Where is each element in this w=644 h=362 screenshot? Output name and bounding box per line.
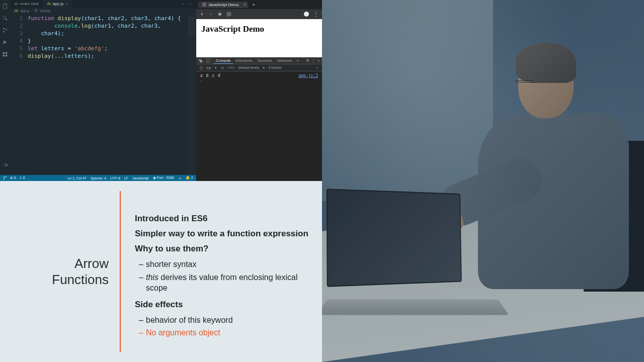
more-icon[interactable]: ⋯	[188, 2, 192, 7]
chevron-down-icon: ▼	[262, 66, 265, 69]
slide-heading: Why to use them?	[135, 244, 312, 254]
hidden-count[interactable]: 5 hidden	[268, 66, 282, 69]
slide-bullet-highlighted: No arguments object	[135, 327, 312, 338]
files-icon[interactable]	[2, 3, 8, 9]
errors-count[interactable]: ⊗ 0	[10, 176, 16, 180]
page-favicon-icon	[202, 3, 206, 7]
activity-bar	[0, 0, 10, 171]
devtools-tab-elements[interactable]: Elements	[233, 57, 255, 64]
back-icon[interactable]	[199, 12, 204, 17]
encoding[interactable]: UTF-8	[110, 176, 120, 180]
warnings-count[interactable]: ⚠ 0	[19, 176, 25, 180]
devtools: Console Elements Sources Network » ⚙ ⋮ ×…	[196, 57, 322, 181]
new-tab-button[interactable]: +	[248, 2, 259, 8]
page-heading: JavaScript Demo	[201, 24, 317, 34]
close-icon[interactable]: ×	[244, 2, 246, 7]
indentation[interactable]: Spaces: 4	[91, 176, 106, 180]
browser-tabs: JavaScript Demo × +	[196, 0, 322, 9]
console-toolbar: top ▼ Filter Default levels ▼ 5 hidden	[196, 64, 322, 71]
html-icon: <>	[14, 2, 18, 6]
tab-app-js[interactable]: JS app.js ×	[43, 0, 72, 8]
extensions-icon[interactable]	[2, 51, 8, 57]
devtools-tab-console[interactable]: Console	[213, 57, 233, 64]
svg-point-1	[4, 178, 5, 179]
menu-icon[interactable]: ⋮	[313, 11, 319, 17]
slide-title: Arrow Functions	[52, 255, 109, 288]
chevron-down-icon: ▼	[214, 66, 217, 69]
eol[interactable]: LF	[124, 176, 128, 180]
settings-gear-icon[interactable]	[2, 162, 8, 168]
devtools-tab-sources[interactable]: Sources	[255, 57, 275, 64]
slide-bullet: this derives its value from enclosing le…	[135, 272, 312, 294]
symbol-icon: ⊡	[35, 9, 38, 13]
code-demo-area: <> index.html JS app.js × ▫ ⋯ JS app.js …	[0, 0, 322, 181]
clear-console-icon[interactable]	[199, 66, 203, 70]
reload-icon[interactable]	[217, 12, 222, 17]
js-icon: JS	[14, 9, 18, 13]
devtools-settings-icon[interactable]: ⚙	[306, 58, 309, 63]
close-icon[interactable]: ×	[65, 2, 68, 6]
line-numbers: 1 2 3 4 5 6	[10, 14, 28, 175]
live-server-port[interactable]: ◉ Port : 5500	[153, 176, 174, 180]
code-editor[interactable]: 1 2 3 4 5 6 function display(char1, char…	[10, 14, 196, 175]
slide-point: Simpler way to write a function expressi…	[135, 229, 312, 239]
inspect-icon[interactable]	[198, 58, 203, 63]
editor-tabs: <> index.html JS app.js × ▫ ⋯	[10, 0, 196, 8]
profile-avatar[interactable]	[304, 12, 309, 17]
devtools-menu-icon[interactable]: ⋮	[311, 58, 315, 63]
git-branch-icon[interactable]	[3, 176, 7, 180]
split-editor-icon[interactable]: ▫	[182, 2, 184, 7]
svg-point-7	[316, 67, 317, 68]
url-favicon-icon	[226, 12, 231, 17]
log-levels[interactable]: Default levels	[238, 66, 259, 69]
more-tabs-icon[interactable]: »	[294, 58, 300, 63]
minimap[interactable]	[187, 14, 196, 175]
console-output-area[interactable]: a b c d app.js:2 ›	[196, 71, 322, 181]
debug-icon[interactable]	[2, 39, 8, 45]
slide-bullet: behavior of this keyword	[135, 315, 312, 326]
settings-gear-icon[interactable]	[315, 66, 319, 70]
language-mode[interactable]: JavaScript	[132, 176, 149, 180]
slide-point: Introduced in ES6	[135, 214, 312, 224]
eye-icon[interactable]	[220, 66, 224, 70]
browser-tab[interactable]: JavaScript Demo ×	[198, 2, 248, 8]
tab-index-html[interactable]: <> index.html	[10, 0, 43, 8]
search-icon[interactable]	[2, 15, 8, 21]
svg-point-6	[222, 67, 223, 68]
slide-panel: Arrow Functions Introduced in ES6 Simple…	[0, 181, 322, 362]
vscode-editor: <> index.html JS app.js × ▫ ⋯ JS app.js …	[0, 0, 196, 181]
context-selector[interactable]: top	[206, 66, 211, 69]
breadcrumb[interactable]: JS app.js › ⊡ display	[10, 8, 196, 14]
status-bar: ⊗ 0 ⚠ 0 Ln 1, Col 47 Spaces: 4 UTF-8 LF …	[0, 175, 196, 181]
feedback-icon[interactable]: ☺	[178, 176, 182, 180]
slide-content: Introduced in ES6 Simpler way to write a…	[121, 181, 322, 362]
svg-point-0	[4, 176, 5, 177]
device-icon[interactable]	[206, 58, 210, 63]
cursor-position[interactable]: Ln 1, Col 47	[67, 176, 87, 180]
stock-photo	[322, 0, 644, 362]
browser-toolbar: ⋮	[196, 9, 322, 19]
slide-heading: Side effects	[135, 300, 312, 310]
forward-icon[interactable]	[208, 12, 213, 17]
svg-point-2	[6, 176, 7, 177]
git-icon[interactable]	[2, 27, 8, 33]
svg-rect-3	[207, 59, 210, 62]
console-source-link[interactable]: app.js:2	[298, 73, 318, 78]
devtools-tabs: Console Elements Sources Network » ⚙ ⋮ ×	[196, 57, 322, 64]
js-icon: JS	[47, 2, 51, 6]
filter-input[interactable]: Filter	[227, 66, 235, 69]
console-log-output: a b c d	[200, 73, 221, 78]
devtools-tab-network[interactable]: Network	[275, 57, 294, 64]
console-prompt[interactable]: ›	[200, 79, 318, 83]
browser-window: JavaScript Demo × + ⋮ JavaScript Demo Co…	[196, 0, 322, 181]
browser-viewport: JavaScript Demo	[196, 19, 322, 57]
notifications-icon[interactable]: 🔔 2	[186, 176, 193, 180]
code-content[interactable]: function display(char1, char2, char3, ch…	[28, 14, 196, 175]
close-icon[interactable]: ×	[317, 58, 320, 63]
slide-bullet: shorter syntax	[135, 259, 312, 270]
